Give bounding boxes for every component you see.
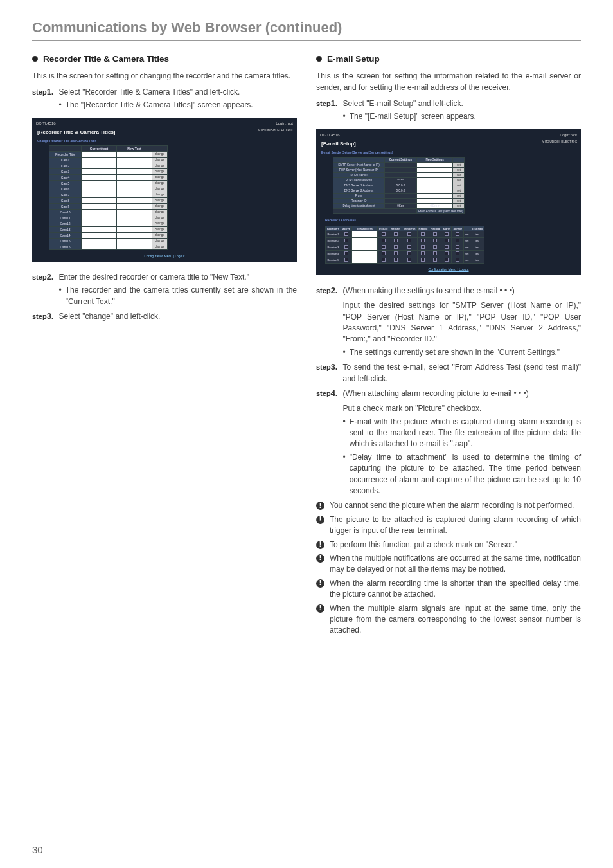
new-setting-input[interactable] [417,188,453,193]
option-checkbox[interactable] [441,250,452,257]
new-setting-input[interactable] [417,183,453,188]
option-checkbox[interactable] [417,237,429,244]
change-button[interactable]: change [152,157,168,163]
new-setting-input[interactable] [417,172,453,177]
option-checkbox[interactable] [389,231,402,237]
change-button[interactable]: change [152,168,168,174]
option-checkbox[interactable] [452,237,464,244]
address-input[interactable] [351,257,377,263]
set-button[interactable]: set [453,177,465,183]
option-checkbox[interactable] [417,250,429,257]
new-text-input[interactable] [117,226,152,232]
change-button[interactable]: change [152,203,168,209]
option-checkbox[interactable] [389,244,402,250]
change-button[interactable]: change [152,215,168,221]
test-button[interactable]: test [470,244,484,250]
set-button[interactable]: set [453,162,465,167]
new-text-input[interactable] [117,238,152,244]
option-checkbox[interactable] [417,231,429,237]
change-button[interactable]: change [152,192,168,197]
change-button[interactable]: change [152,238,168,244]
test-button[interactable]: test [470,250,484,257]
option-checkbox[interactable] [389,237,402,244]
option-checkbox[interactable] [441,257,452,263]
option-checkbox[interactable] [402,244,417,250]
option-checkbox[interactable] [441,237,452,244]
active-checkbox[interactable] [341,257,351,263]
set-button[interactable]: set [464,257,470,263]
new-text-input[interactable] [117,192,152,197]
set-button[interactable]: set [453,193,465,198]
test-mail-row[interactable]: From Address Test (send test mail) [417,208,465,213]
mockup-footer-links[interactable]: Configuration Menu | Logout [144,254,184,258]
new-text-input[interactable] [117,197,152,203]
new-text-input[interactable] [117,244,152,249]
option-checkbox[interactable] [377,244,389,250]
new-text-input[interactable] [117,215,152,221]
option-checkbox[interactable] [377,257,389,263]
change-button[interactable]: change [152,186,168,192]
option-checkbox[interactable] [429,231,441,237]
set-button[interactable]: set [453,167,465,172]
active-checkbox[interactable] [341,231,351,237]
option-checkbox[interactable] [452,257,464,263]
new-setting-input[interactable] [417,177,453,183]
change-button[interactable]: change [152,180,168,186]
active-checkbox[interactable] [341,250,351,257]
new-text-input[interactable] [117,163,152,168]
set-button[interactable]: set [453,172,465,177]
address-input[interactable] [351,244,377,250]
option-checkbox[interactable] [377,250,389,257]
change-button[interactable]: change [152,221,168,226]
test-button[interactable]: test [470,257,484,263]
change-button[interactable]: change [152,151,168,157]
address-input[interactable] [351,231,377,237]
new-text-input[interactable] [117,203,152,209]
option-checkbox[interactable] [389,250,402,257]
new-setting-input[interactable] [417,162,453,167]
option-checkbox[interactable] [441,231,452,237]
change-button[interactable]: change [152,226,168,232]
new-setting-input[interactable] [417,198,453,203]
new-setting-input[interactable] [417,167,453,172]
option-checkbox[interactable] [402,257,417,263]
option-checkbox[interactable] [402,250,417,257]
change-button[interactable]: change [152,209,168,215]
new-setting-input[interactable] [417,193,453,198]
option-checkbox[interactable] [402,237,417,244]
option-checkbox[interactable] [429,244,441,250]
active-checkbox[interactable] [341,244,351,250]
set-button[interactable]: set [464,244,470,250]
new-text-input[interactable] [117,221,152,226]
change-button[interactable]: change [152,174,168,180]
new-text-input[interactable] [117,232,152,238]
change-button[interactable]: change [152,232,168,238]
option-checkbox[interactable] [429,257,441,263]
change-button[interactable]: change [152,244,168,249]
option-checkbox[interactable] [377,237,389,244]
active-checkbox[interactable] [341,237,351,244]
test-button[interactable]: test [470,231,484,237]
new-text-input[interactable] [117,209,152,215]
option-checkbox[interactable] [417,244,429,250]
new-text-input[interactable] [117,174,152,180]
new-text-input[interactable] [117,186,152,192]
option-checkbox[interactable] [429,237,441,244]
option-checkbox[interactable] [377,231,389,237]
new-text-input[interactable] [117,157,152,163]
test-button[interactable]: test [470,237,484,244]
address-input[interactable] [351,237,377,244]
new-text-input[interactable] [117,168,152,174]
new-setting-input[interactable]: 0Sec ▾ [417,203,453,208]
set-button[interactable]: set [464,237,470,244]
set-button[interactable]: set [453,188,465,193]
set-button[interactable]: set [464,250,470,257]
option-checkbox[interactable] [389,257,402,263]
set-button[interactable]: set [453,203,465,208]
set-button[interactable]: set [464,231,470,237]
address-input[interactable] [351,250,377,257]
change-button[interactable]: change [152,197,168,203]
set-button[interactable]: set [453,183,465,188]
option-checkbox[interactable] [429,250,441,257]
new-text-input[interactable] [117,180,152,186]
